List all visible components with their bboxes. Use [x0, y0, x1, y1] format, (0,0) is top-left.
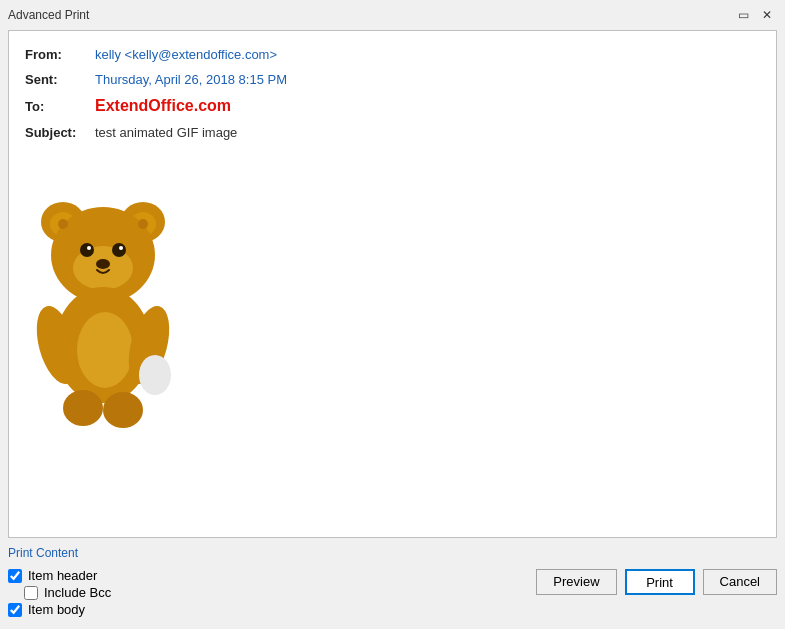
item-body-checkbox[interactable] [8, 603, 22, 617]
sent-field: Sent: Thursday, April 26, 2018 8:15 PM [25, 72, 760, 87]
svg-point-11 [58, 219, 68, 229]
item-header-row: Item header [8, 568, 111, 583]
window-title: Advanced Print [8, 8, 89, 22]
cancel-button[interactable]: Cancel [703, 569, 777, 595]
print-content-section: Print Content Item header Include Bcc It… [8, 546, 111, 617]
include-bcc-checkbox[interactable] [24, 586, 38, 600]
svg-point-9 [119, 246, 123, 250]
item-header-checkbox[interactable] [8, 569, 22, 583]
content-area: From: kelly <kelly@extendoffice.com> Sen… [0, 30, 785, 629]
to-field: To: ExtendOffice.com [25, 97, 760, 115]
from-value: kelly <kelly@extendoffice.com> [95, 47, 277, 62]
titlebar-controls: ▭ ✕ [733, 5, 777, 25]
item-body-label[interactable]: Item body [28, 602, 85, 617]
bear-svg [25, 160, 185, 430]
svg-point-19 [103, 392, 143, 428]
sent-label: Sent: [25, 72, 95, 87]
item-body-row: Item body [8, 602, 111, 617]
svg-point-12 [138, 219, 148, 229]
to-value: ExtendOffice.com [95, 97, 231, 115]
print-content-label: Print Content [8, 546, 111, 560]
maximize-button[interactable]: ▭ [733, 5, 753, 25]
from-field: From: kelly <kelly@extendoffice.com> [25, 47, 760, 62]
window: Advanced Print ▭ ✕ From: kelly <kelly@ex… [0, 0, 785, 629]
bottom-bar: Print Content Item header Include Bcc It… [8, 546, 777, 621]
email-preview-panel: From: kelly <kelly@extendoffice.com> Sen… [8, 30, 777, 538]
preview-button[interactable]: Preview [536, 569, 616, 595]
item-header-label[interactable]: Item header [28, 568, 97, 583]
include-bcc-row: Include Bcc [8, 585, 111, 600]
bottom-section: Print Content Item header Include Bcc It… [8, 546, 777, 621]
svg-point-7 [87, 246, 91, 250]
titlebar: Advanced Print ▭ ✕ [0, 0, 785, 30]
bear-illustration [25, 160, 185, 430]
subject-field: Subject: test animated GIF image [25, 125, 760, 140]
svg-point-18 [63, 390, 103, 426]
svg-point-17 [139, 355, 171, 395]
subject-label: Subject: [25, 125, 95, 140]
print-button[interactable]: Print [625, 569, 695, 595]
close-button[interactable]: ✕ [757, 5, 777, 25]
subject-value: test animated GIF image [95, 125, 237, 140]
svg-point-10 [96, 259, 110, 269]
svg-point-8 [112, 243, 126, 257]
sent-value: Thursday, April 26, 2018 8:15 PM [95, 72, 287, 87]
svg-point-6 [80, 243, 94, 257]
from-label: From: [25, 47, 95, 62]
to-label: To: [25, 99, 95, 114]
buttons-area: Preview Print Cancel [536, 569, 777, 595]
svg-point-14 [77, 312, 133, 388]
include-bcc-label[interactable]: Include Bcc [44, 585, 111, 600]
